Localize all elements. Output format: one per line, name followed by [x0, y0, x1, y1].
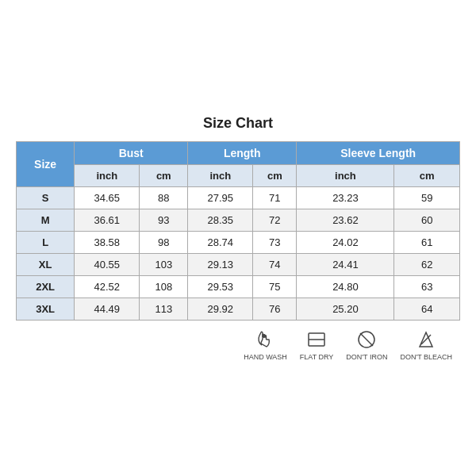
hand-wash-icon — [255, 328, 277, 351]
data-cell: 98 — [140, 232, 188, 254]
size-cell: L — [17, 232, 75, 254]
data-cell: 60 — [394, 209, 460, 232]
data-cell: 24.41 — [297, 254, 394, 276]
no-bleach-label: DON'T BLEACH — [400, 353, 452, 361]
table-row: M36.619328.357223.6260 — [17, 209, 460, 232]
data-cell: 62 — [394, 254, 460, 276]
sleeve-cm-subheader: cm — [394, 165, 460, 187]
data-cell: 63 — [394, 276, 460, 298]
no-iron-icon — [355, 328, 378, 351]
no-bleach-icon — [415, 328, 437, 351]
care-no-iron: DON'T IRON — [346, 328, 387, 361]
data-cell: 24.02 — [297, 232, 394, 254]
data-cell: 72 — [253, 209, 297, 232]
data-cell: 88 — [140, 187, 188, 209]
svg-line-3 — [360, 333, 373, 346]
size-cell: M — [17, 209, 75, 232]
table-row: 2XL42.5210829.537524.8063 — [17, 276, 460, 298]
care-no-bleach: DON'T BLEACH — [400, 328, 452, 361]
length-cm-subheader: cm — [253, 165, 297, 187]
data-cell: 29.13 — [188, 254, 253, 276]
care-flat-dry: FLAT DRY — [300, 328, 334, 361]
data-cell: 38.58 — [75, 232, 140, 254]
sleeve-header: Sleeve Length — [297, 142, 460, 165]
data-cell: 40.55 — [75, 254, 140, 276]
data-cell: 76 — [253, 298, 297, 321]
data-cell: 74 — [253, 254, 297, 276]
care-hand-wash: HAND WASH — [244, 328, 287, 361]
data-cell: 75 — [253, 276, 297, 298]
data-cell: 59 — [394, 187, 460, 209]
flat-dry-label: FLAT DRY — [300, 353, 334, 361]
table-row: 3XL44.4911329.927625.2064 — [17, 298, 460, 321]
data-cell: 113 — [140, 298, 188, 321]
bust-header: Bust — [75, 142, 188, 165]
data-cell: 23.23 — [297, 187, 394, 209]
data-cell: 93 — [140, 209, 188, 232]
data-cell: 29.92 — [188, 298, 253, 321]
data-cell: 28.35 — [188, 209, 253, 232]
data-cell: 61 — [394, 232, 460, 254]
data-cell: 24.80 — [297, 276, 394, 298]
table-row: S34.658827.957123.2359 — [17, 187, 460, 209]
data-cell: 42.52 — [75, 276, 140, 298]
flat-dry-icon — [305, 328, 328, 351]
data-cell: 36.61 — [75, 209, 140, 232]
table-row: L38.589828.747324.0261 — [17, 232, 460, 254]
length-header: Length — [188, 142, 297, 165]
length-inch-subheader: inch — [188, 165, 253, 187]
data-cell: 28.74 — [188, 232, 253, 254]
data-cell: 29.53 — [188, 276, 253, 298]
no-iron-label: DON'T IRON — [346, 353, 387, 361]
size-cell: 3XL — [17, 298, 75, 321]
data-cell: 44.49 — [75, 298, 140, 321]
data-cell: 25.20 — [297, 298, 394, 321]
page-title: Size Chart — [16, 115, 460, 132]
hand-wash-label: HAND WASH — [244, 353, 287, 361]
bust-cm-subheader: cm — [140, 165, 188, 187]
data-cell: 23.62 — [297, 209, 394, 232]
data-cell: 71 — [253, 187, 297, 209]
table-row: XL40.5510329.137424.4162 — [17, 254, 460, 276]
sleeve-inch-subheader: inch — [297, 165, 394, 187]
data-cell: 73 — [253, 232, 297, 254]
care-icons-section: HAND WASH FLAT DRY DON'T IRON — [16, 328, 460, 361]
bust-inch-subheader: inch — [75, 165, 140, 187]
data-cell: 103 — [140, 254, 188, 276]
size-cell: S — [17, 187, 75, 209]
size-chart-table: Size Bust Length Sleeve Length inch cm i… — [16, 141, 460, 321]
data-cell: 108 — [140, 276, 188, 298]
data-cell: 34.65 — [75, 187, 140, 209]
data-cell: 64 — [394, 298, 460, 321]
size-cell: XL — [17, 254, 75, 276]
size-header: Size — [17, 142, 75, 187]
size-cell: 2XL — [17, 276, 75, 298]
data-cell: 27.95 — [188, 187, 253, 209]
